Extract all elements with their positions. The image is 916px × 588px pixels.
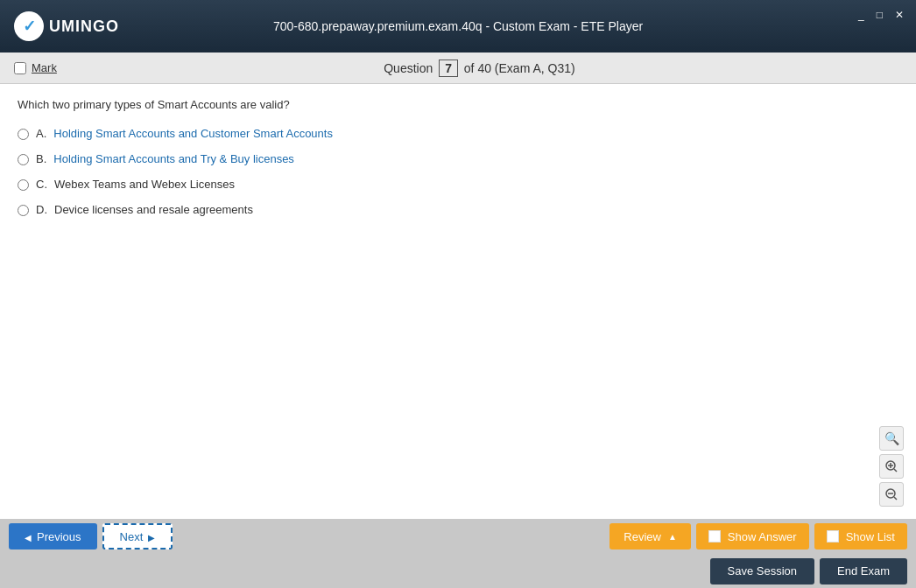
header-bar: Mark Question 7 of 40 (Exam A, Q31) xyxy=(0,52,916,84)
options-list: A. Holding Smart Accounts and Customer S… xyxy=(18,127,898,216)
bottom-bar: Previous Next Review Show Answer Show Li… xyxy=(0,519,916,588)
show-list-checkbox-icon xyxy=(827,530,839,542)
option-d-text: Device licenses and resale agreements xyxy=(54,203,253,216)
zoom-in-button[interactable] xyxy=(879,454,904,479)
radio-d[interactable] xyxy=(18,205,29,216)
nav-row: Previous Next Review Show Answer Show Li… xyxy=(0,519,916,554)
review-arrow-icon xyxy=(668,532,677,542)
show-answer-checkbox-icon xyxy=(708,530,721,542)
option-b-text: Holding Smart Accounts and Try & Buy lic… xyxy=(53,152,294,165)
option-a-text: Holding Smart Accounts and Customer Smar… xyxy=(53,127,333,140)
mark-checkbox[interactable] xyxy=(14,62,26,74)
end-label: End Exam xyxy=(837,564,890,578)
search-button[interactable]: 🔍 xyxy=(879,426,904,451)
option-b: B. Holding Smart Accounts and Try & Buy … xyxy=(18,152,898,165)
question-info: Question 7 of 40 (Exam A, Q31) xyxy=(57,60,902,77)
question-label: Question xyxy=(384,61,433,75)
window-controls: _ □ ✕ xyxy=(855,9,907,21)
save-session-button[interactable]: Save Session xyxy=(710,558,815,584)
option-c: C. Webex Teams and Webex Licenses xyxy=(18,178,898,191)
zoom-controls: 🔍 xyxy=(879,426,904,507)
next-arrow-icon xyxy=(148,530,155,543)
close-button[interactable]: ✕ xyxy=(891,9,907,21)
logo-text: UMINGO xyxy=(49,18,119,36)
next-label: Next xyxy=(120,530,144,543)
mark-label[interactable]: Mark xyxy=(32,61,57,74)
option-b-letter: B. xyxy=(36,152,46,165)
option-a-letter: A. xyxy=(36,127,46,140)
option-a: A. Holding Smart Accounts and Customer S… xyxy=(18,127,898,140)
main-content: Which two primary types of Smart Account… xyxy=(0,84,916,519)
logo: ✓ UMINGO xyxy=(14,11,119,41)
svg-line-5 xyxy=(894,497,897,500)
prev-label: Previous xyxy=(37,530,81,543)
save-label: Save Session xyxy=(728,564,798,578)
minimize-button[interactable]: _ xyxy=(855,9,868,21)
option-d-letter: D. xyxy=(36,203,47,216)
previous-button[interactable]: Previous xyxy=(9,523,97,550)
window-title: 700-680.prepaway.premium.exam.40q - Cust… xyxy=(273,19,643,33)
radio-a[interactable] xyxy=(18,129,29,140)
action-row: Save Session End Exam xyxy=(0,554,916,588)
next-button[interactable]: Next xyxy=(102,523,173,550)
radio-c[interactable] xyxy=(18,179,29,191)
show-answer-button[interactable]: Show Answer xyxy=(696,523,809,550)
option-d: D. Device licenses and resale agreements xyxy=(18,203,898,216)
title-bar: ✓ UMINGO 700-680.prepaway.premium.exam.4… xyxy=(0,0,916,52)
zoom-out-button[interactable] xyxy=(879,482,904,507)
logo-icon: ✓ xyxy=(14,11,44,41)
prev-arrow-icon xyxy=(25,530,32,543)
show-list-button[interactable]: Show List xyxy=(814,523,907,550)
end-exam-button[interactable]: End Exam xyxy=(820,558,907,584)
option-c-letter: C. xyxy=(36,178,47,191)
question-number: 7 xyxy=(439,60,458,77)
mark-section: Mark xyxy=(14,61,57,74)
maximize-button[interactable]: □ xyxy=(873,9,886,21)
review-button[interactable]: Review xyxy=(609,523,691,550)
review-label: Review xyxy=(624,530,661,543)
show-answer-label: Show Answer xyxy=(728,530,797,543)
svg-line-1 xyxy=(894,469,897,472)
radio-b[interactable] xyxy=(18,154,29,165)
question-text: Which two primary types of Smart Account… xyxy=(18,98,898,111)
show-list-label: Show List xyxy=(846,530,895,543)
question-total: of 40 (Exam A, Q31) xyxy=(464,61,575,75)
option-c-text: Webex Teams and Webex Licenses xyxy=(54,178,235,191)
